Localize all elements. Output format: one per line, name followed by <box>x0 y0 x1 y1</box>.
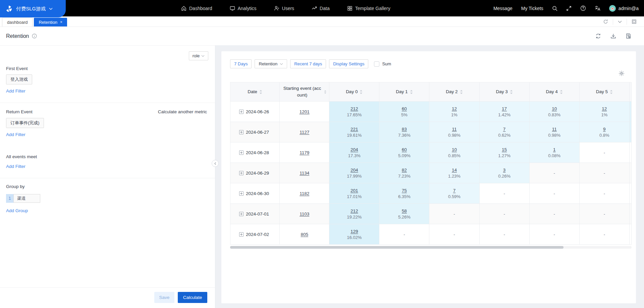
retained-count-link[interactable]: 11 <box>530 127 579 132</box>
retained-count-link[interactable]: 83 <box>379 127 429 132</box>
retained-count-link[interactable]: 212 <box>329 208 379 213</box>
expand-row-icon[interactable] <box>239 110 244 114</box>
retained-count-link[interactable]: 204 <box>329 147 379 152</box>
starting-event-count-link[interactable]: 1179 <box>300 150 309 155</box>
table-settings-gear-icon[interactable] <box>619 70 625 76</box>
column-header-date[interactable]: Date <box>230 82 280 102</box>
sort-icon[interactable] <box>324 90 326 94</box>
nav-item-template-gallery[interactable]: Template Gallery <box>347 6 390 11</box>
column-header-starting-event-account-[interactable]: Starting event (account) <box>280 82 329 102</box>
scrollbar-thumb[interactable] <box>230 246 564 249</box>
retained-count-link[interactable]: 60 <box>379 106 429 111</box>
translate-icon[interactable] <box>595 5 600 11</box>
save-button[interactable]: Save <box>154 292 174 303</box>
retained-count-link[interactable]: 7 <box>429 188 479 193</box>
info-icon[interactable] <box>32 34 37 39</box>
retained-count-link[interactable]: 10 <box>530 106 579 111</box>
starting-event-count-link[interactable]: 1134 <box>300 171 309 176</box>
calculate-another-metric[interactable]: Calculate another metric <box>158 109 207 114</box>
retained-count-link[interactable]: 12 <box>580 106 629 111</box>
retained-count-link[interactable]: 14 <box>429 168 479 173</box>
refresh-report-icon[interactable] <box>595 33 601 39</box>
starting-event-count-link[interactable]: 1103 <box>300 211 309 217</box>
nav-item-data[interactable]: Data <box>312 6 330 11</box>
sort-icon[interactable] <box>410 90 413 94</box>
sort-icon[interactable] <box>259 90 262 94</box>
calculate-button[interactable]: Calculate <box>178 292 207 303</box>
retained-count-link[interactable]: 9 <box>580 127 629 132</box>
starting-event-count-link[interactable]: 1182 <box>300 191 309 196</box>
retained-count-link[interactable]: 75 <box>379 188 429 193</box>
display-settings-button[interactable]: Display Settings <box>329 59 368 68</box>
retained-count-link[interactable]: 12 <box>429 106 479 111</box>
save-report-icon[interactable] <box>626 33 631 39</box>
expand-row-icon[interactable] <box>239 171 244 175</box>
nav-item-dashboard[interactable]: Dashboard <box>181 6 212 11</box>
retained-count-link[interactable]: 201 <box>329 188 379 193</box>
sort-icon[interactable] <box>610 90 613 94</box>
retained-count-link[interactable]: 7 <box>480 127 529 132</box>
starting-event-count-link[interactable]: 1201 <box>300 109 310 114</box>
expand-row-icon[interactable] <box>239 191 244 196</box>
my-tickets-link[interactable]: My Tickets <box>521 6 543 11</box>
tab-retention[interactable]: Retention × <box>34 18 67 26</box>
column-header-day-3[interactable]: Day 3 <box>479 82 529 102</box>
user-menu[interactable]: admin@a <box>609 5 639 12</box>
first-event-chip[interactable]: 登入游戏 <box>6 74 32 84</box>
return-event-chip[interactable]: 订单事件(完成) <box>6 118 44 128</box>
retained-count-link[interactable]: 212 <box>329 106 379 111</box>
nav-item-analytics[interactable]: Analytics <box>230 6 257 11</box>
column-header-day-4[interactable]: Day 4 <box>529 82 579 102</box>
column-header-day-2[interactable]: Day 2 <box>429 82 479 102</box>
sort-icon[interactable] <box>460 90 463 94</box>
collapse-panel-button[interactable] <box>212 160 219 167</box>
column-header-day-5[interactable]: Day 5 <box>579 82 629 102</box>
retained-count-link[interactable]: 58 <box>379 208 429 213</box>
metric-dropdown[interactable]: Retention <box>255 59 287 68</box>
column-header-day-0[interactable]: Day 0 <box>329 82 379 102</box>
tab-dashboard[interactable]: dashboard <box>2 18 33 26</box>
nav-item-users[interactable]: Users <box>274 6 294 11</box>
role-selector[interactable]: role <box>189 51 208 60</box>
maximize-view-icon[interactable] <box>627 19 641 25</box>
sum-checkbox[interactable] <box>374 61 379 67</box>
fullscreen-icon[interactable] <box>566 6 572 11</box>
add-group-link[interactable]: Add Group <box>6 208 28 213</box>
download-icon[interactable] <box>610 33 616 39</box>
days-range-button[interactable]: 7 Days <box>230 59 252 68</box>
project-switcher[interactable]: 付费SLG游戏 <box>0 0 66 17</box>
sort-icon[interactable] <box>360 90 363 94</box>
retained-count-link[interactable]: 129 <box>329 229 379 234</box>
date-range-button[interactable]: Recent 7 days <box>290 59 326 68</box>
help-icon[interactable] <box>580 5 586 11</box>
retained-count-link[interactable]: 221 <box>329 127 379 132</box>
sum-toggle[interactable]: Sum <box>374 61 391 67</box>
retained-count-link[interactable]: 82 <box>379 168 429 173</box>
sort-icon[interactable] <box>510 90 513 94</box>
message-link[interactable]: Message <box>493 6 513 11</box>
retained-count-link[interactable]: 10 <box>429 147 479 152</box>
all-events-add-filter[interactable]: Add Filter <box>6 164 25 169</box>
close-tab-icon[interactable]: × <box>60 20 62 24</box>
retained-count-link[interactable]: 11 <box>429 127 479 132</box>
tab-list-chevron-icon[interactable] <box>613 19 627 25</box>
retained-count-link[interactable]: 17 <box>480 106 529 111</box>
column-header-day-1[interactable]: Day 1 <box>379 82 429 102</box>
retained-count-link[interactable]: 15 <box>480 147 529 152</box>
refresh-tab-icon[interactable] <box>598 19 613 25</box>
starting-event-count-link[interactable]: 1127 <box>300 130 309 135</box>
sort-icon[interactable] <box>560 90 563 94</box>
retained-count-link[interactable]: 3 <box>480 168 529 173</box>
retained-count-link[interactable]: 204 <box>329 168 379 173</box>
first-event-add-filter[interactable]: Add Filter <box>6 88 25 94</box>
expand-row-icon[interactable] <box>239 130 244 134</box>
return-event-add-filter[interactable]: Add Filter <box>6 132 25 137</box>
search-icon[interactable] <box>552 6 557 11</box>
expand-row-icon[interactable] <box>239 232 244 237</box>
retained-count-link[interactable]: 60 <box>379 147 429 152</box>
starting-event-count-link[interactable]: 805 <box>301 232 308 237</box>
retained-count-link[interactable]: 1 <box>530 147 579 152</box>
expand-row-icon[interactable] <box>239 150 244 155</box>
expand-row-icon[interactable] <box>239 212 244 216</box>
group-field-chip[interactable]: 渠道 <box>13 194 40 203</box>
